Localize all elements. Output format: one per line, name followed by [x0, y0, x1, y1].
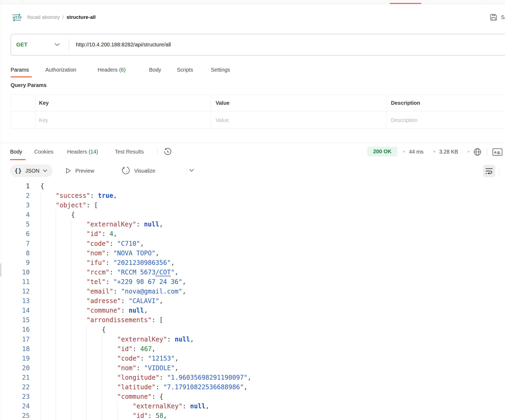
indent-guide	[40, 191, 41, 200]
history-icon[interactable]	[164, 148, 172, 156]
query-params-table: Key Value Description	[11, 95, 505, 129]
status-badge[interactable]: 200 OK	[367, 147, 397, 156]
line-number: 17	[0, 335, 30, 344]
save-icon	[490, 14, 497, 21]
indent-guide	[56, 268, 56, 277]
code-line: 21"longitude": "1.96035698291190097",	[0, 373, 505, 382]
line-number: 15	[0, 315, 30, 325]
indent-guide	[71, 382, 71, 392]
indent-guide	[56, 239, 56, 248]
line-number: 6	[0, 229, 30, 239]
response-size[interactable]: 3.28 KB	[439, 147, 458, 156]
code-line: 20"nom": "VIDOLE",	[0, 363, 505, 373]
url-bar: GET http://10.4.200.188:8282/api/structu…	[11, 34, 505, 55]
indent-guide	[40, 354, 41, 363]
indent-guide	[71, 287, 71, 296]
code-line: 9"ifu": "2021230986356",	[0, 258, 505, 268]
indent-guide	[40, 401, 41, 411]
top-tab-strip[interactable]	[0, 0, 505, 4]
indent-guide	[71, 268, 71, 277]
scroll-divider	[499, 168, 499, 174]
breadcrumb-collection[interactable]: fiscad abomey	[27, 14, 60, 20]
response-tab-test-results[interactable]: Test Results	[115, 147, 144, 156]
indent-guide	[71, 258, 71, 268]
visualize-label: Visualize	[134, 168, 155, 174]
indent-guide	[71, 306, 71, 315]
indent-guide	[71, 315, 71, 325]
more-options-chevron-icon[interactable]	[189, 169, 194, 172]
indent-guide	[71, 220, 71, 229]
response-tab-body[interactable]: Body	[10, 147, 22, 156]
indent-guide	[71, 354, 71, 363]
line-number: 20	[0, 363, 30, 373]
left-edge-divider	[1, 4, 2, 420]
method-selector[interactable]: GET	[16, 34, 28, 55]
indent-guide	[56, 229, 56, 239]
braces-icon: {}	[15, 168, 22, 174]
indent-guide	[71, 344, 71, 354]
column-header-description: Description	[391, 95, 420, 111]
code-line: 19"code": "12153",	[0, 354, 505, 363]
indent-guide	[56, 411, 56, 420]
wrap-text-button[interactable]	[483, 165, 495, 177]
code-line: 22"latitude": "7.17910822536688986",	[0, 382, 505, 392]
indent-guide	[56, 382, 56, 392]
param-value-cell[interactable]	[216, 111, 380, 129]
code-line: 1{	[0, 181, 505, 191]
line-number: 14	[0, 306, 30, 315]
indent-guide	[86, 392, 87, 401]
preview-button[interactable]: Preview	[66, 164, 94, 177]
code-line: 2"success": true,	[0, 191, 505, 200]
toolbar-divider	[186, 167, 187, 174]
response-time[interactable]: 44 ms	[409, 147, 423, 156]
response-body-code[interactable]: 1{2"success": true,3"object": [4{5"exter…	[0, 181, 505, 420]
tab-headers[interactable]: Headers (6)	[98, 65, 126, 74]
param-description-cell[interactable]	[391, 111, 497, 129]
json-format-selector[interactable]: {} JSON	[10, 164, 53, 177]
tab-scripts[interactable]: Scripts	[177, 65, 193, 74]
indent-guide	[71, 325, 71, 334]
indent-guide	[40, 200, 41, 210]
breadcrumb-request[interactable]: structure-all	[67, 14, 96, 20]
param-key-input	[39, 111, 203, 129]
wrap-text-icon	[485, 168, 493, 174]
left-scrollbar-thumb[interactable]	[0, 263, 1, 277]
table-column-divider	[386, 95, 387, 129]
line-number: 19	[0, 354, 30, 363]
indent-guide	[40, 373, 41, 382]
code-line: 4{	[0, 210, 505, 220]
visualize-button[interactable]: Visualize	[121, 164, 155, 177]
tab-body[interactable]: Body	[149, 65, 161, 74]
code-line: 24"externalKey": null,	[0, 401, 505, 411]
response-tab-headers[interactable]: Headers (14)	[67, 147, 98, 156]
response-section-divider	[0, 143, 505, 143]
headers-count: (6)	[119, 67, 125, 73]
indent-guide	[40, 335, 41, 344]
indent-guide	[56, 373, 56, 382]
code-line: 15"arrondissements": [	[0, 315, 505, 325]
indent-guide	[40, 229, 41, 239]
indent-guide	[71, 248, 71, 258]
method-url-divider	[69, 39, 69, 50]
save-label: Save	[501, 14, 505, 20]
save-button[interactable]: Save	[490, 13, 505, 21]
globe-icon[interactable]	[473, 148, 482, 156]
line-number: 25	[0, 411, 30, 420]
indent-guide	[102, 335, 102, 344]
indent-guide	[71, 277, 71, 287]
eg-badge[interactable]: e.g.	[493, 148, 502, 156]
url-input[interactable]: http://10.4.200.188:8282/api/structure/a…	[76, 34, 171, 55]
response-tab-cookies[interactable]: Cookies	[34, 147, 53, 156]
param-value-input	[216, 111, 380, 129]
method-chevron-icon[interactable]	[55, 43, 60, 46]
tab-settings[interactable]: Settings	[211, 65, 230, 74]
param-key-cell[interactable]	[39, 111, 203, 129]
tab-authorization[interactable]: Authorization	[45, 65, 76, 74]
tab-strip-divider	[1, 0, 1, 4]
indent-guide	[71, 401, 71, 411]
tab-params[interactable]: Params	[11, 65, 29, 74]
indent-guide	[102, 411, 102, 420]
active-tab-indicator	[390, 3, 421, 4]
line-number: 16	[0, 325, 30, 334]
indent-guide	[102, 354, 102, 363]
